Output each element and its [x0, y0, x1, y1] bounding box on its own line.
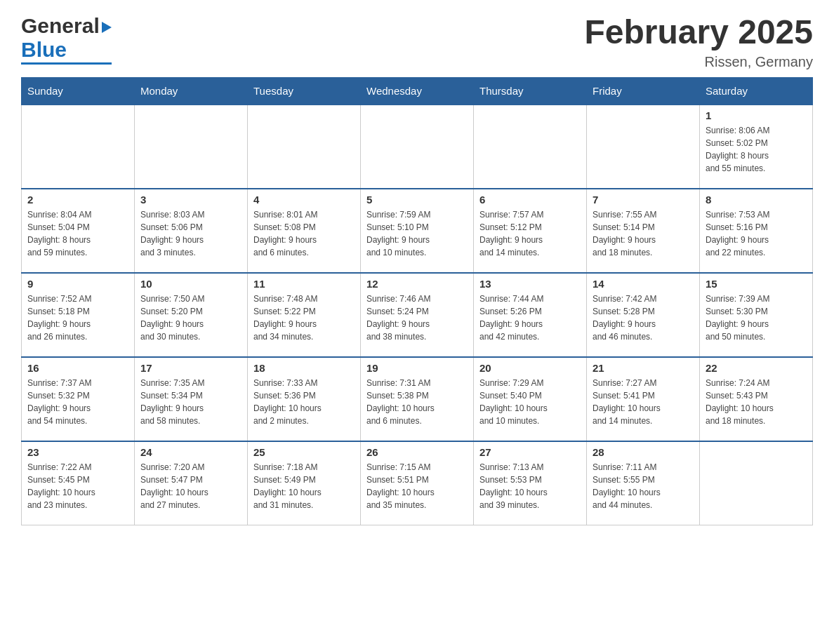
- calendar-cell: 17Sunrise: 7:35 AMSunset: 5:34 PMDayligh…: [135, 357, 248, 441]
- month-title: February 2025: [584, 14, 813, 51]
- calendar-cell: 20Sunrise: 7:29 AMSunset: 5:40 PMDayligh…: [474, 357, 587, 441]
- day-number: 20: [479, 362, 581, 374]
- calendar-cell: 7Sunrise: 7:55 AMSunset: 5:14 PMDaylight…: [587, 189, 700, 273]
- calendar-cell: 25Sunrise: 7:18 AMSunset: 5:49 PMDayligh…: [248, 441, 361, 525]
- day-info: Sunrise: 7:15 AMSunset: 5:51 PMDaylight:…: [366, 461, 468, 511]
- day-number: 26: [366, 446, 468, 458]
- calendar-cell: 26Sunrise: 7:15 AMSunset: 5:51 PMDayligh…: [361, 441, 474, 525]
- calendar-cell: [135, 105, 248, 189]
- day-header-sunday: Sunday: [22, 77, 135, 105]
- calendar-cell: [474, 105, 587, 189]
- calendar-cell: 13Sunrise: 7:44 AMSunset: 5:26 PMDayligh…: [474, 273, 587, 357]
- calendar-cell: 6Sunrise: 7:57 AMSunset: 5:12 PMDaylight…: [474, 189, 587, 273]
- day-number: 25: [253, 446, 355, 458]
- day-header-monday: Monday: [135, 77, 248, 105]
- week-row-4: 16Sunrise: 7:37 AMSunset: 5:32 PMDayligh…: [22, 357, 813, 441]
- title-section: February 2025 Rissen, Germany: [584, 14, 813, 70]
- calendar-cell: 9Sunrise: 7:52 AMSunset: 5:18 PMDaylight…: [22, 273, 135, 357]
- week-row-1: 1Sunrise: 8:06 AMSunset: 5:02 PMDaylight…: [22, 105, 813, 189]
- day-info: Sunrise: 7:20 AMSunset: 5:47 PMDaylight:…: [140, 461, 241, 511]
- week-row-3: 9Sunrise: 7:52 AMSunset: 5:18 PMDaylight…: [22, 273, 813, 357]
- logo: General Blue: [21, 14, 112, 65]
- calendar-cell: 16Sunrise: 7:37 AMSunset: 5:32 PMDayligh…: [22, 357, 135, 441]
- day-number: 28: [593, 446, 694, 458]
- day-number: 27: [479, 446, 581, 458]
- day-number: 16: [27, 362, 128, 374]
- calendar-cell: 4Sunrise: 8:01 AMSunset: 5:08 PMDaylight…: [248, 189, 361, 273]
- calendar-cell: [587, 105, 700, 189]
- day-number: 18: [253, 362, 355, 374]
- day-info: Sunrise: 7:50 AMSunset: 5:20 PMDaylight:…: [140, 293, 241, 343]
- day-info: Sunrise: 7:48 AMSunset: 5:22 PMDaylight:…: [253, 293, 355, 343]
- calendar-cell: 11Sunrise: 7:48 AMSunset: 5:22 PMDayligh…: [248, 273, 361, 357]
- day-info: Sunrise: 7:44 AMSunset: 5:26 PMDaylight:…: [479, 293, 581, 343]
- calendar-cell: 12Sunrise: 7:46 AMSunset: 5:24 PMDayligh…: [361, 273, 474, 357]
- day-header-wednesday: Wednesday: [361, 77, 474, 105]
- day-number: 22: [706, 362, 807, 374]
- day-info: Sunrise: 7:31 AMSunset: 5:38 PMDaylight:…: [366, 377, 468, 427]
- week-row-2: 2Sunrise: 8:04 AMSunset: 5:04 PMDaylight…: [22, 189, 813, 273]
- header-row: SundayMondayTuesdayWednesdayThursdayFrid…: [22, 77, 813, 105]
- page-header: General Blue February 2025 Rissen, Germa…: [21, 14, 813, 70]
- calendar-cell: [248, 105, 361, 189]
- day-info: Sunrise: 7:18 AMSunset: 5:49 PMDaylight:…: [253, 461, 355, 511]
- day-info: Sunrise: 7:22 AMSunset: 5:45 PMDaylight:…: [27, 461, 128, 511]
- day-info: Sunrise: 7:57 AMSunset: 5:12 PMDaylight:…: [479, 208, 581, 259]
- calendar-cell: 28Sunrise: 7:11 AMSunset: 5:55 PMDayligh…: [587, 441, 700, 525]
- calendar-cell: 22Sunrise: 7:24 AMSunset: 5:43 PMDayligh…: [700, 357, 813, 441]
- calendar-cell: 3Sunrise: 8:03 AMSunset: 5:06 PMDaylight…: [135, 189, 248, 273]
- calendar-cell: 2Sunrise: 8:04 AMSunset: 5:04 PMDaylight…: [22, 189, 135, 273]
- day-info: Sunrise: 7:27 AMSunset: 5:41 PMDaylight:…: [593, 377, 694, 427]
- day-number: 5: [366, 194, 468, 206]
- calendar-cell: [361, 105, 474, 189]
- logo-general-text: General: [21, 14, 100, 38]
- logo-triangle-icon: [102, 22, 112, 33]
- day-number: 2: [27, 194, 128, 206]
- day-header-tuesday: Tuesday: [248, 77, 361, 105]
- day-number: 9: [27, 278, 128, 290]
- day-info: Sunrise: 7:11 AMSunset: 5:55 PMDaylight:…: [593, 461, 694, 511]
- calendar-cell: 15Sunrise: 7:39 AMSunset: 5:30 PMDayligh…: [700, 273, 813, 357]
- day-info: Sunrise: 8:04 AMSunset: 5:04 PMDaylight:…: [27, 208, 128, 259]
- day-info: Sunrise: 7:55 AMSunset: 5:14 PMDaylight:…: [593, 208, 694, 259]
- day-number: 14: [593, 278, 694, 290]
- day-info: Sunrise: 7:53 AMSunset: 5:16 PMDaylight:…: [706, 208, 807, 259]
- calendar-table: SundayMondayTuesdayWednesdayThursdayFrid…: [21, 77, 813, 526]
- day-info: Sunrise: 7:59 AMSunset: 5:10 PMDaylight:…: [366, 208, 468, 259]
- day-number: 1: [706, 109, 807, 121]
- day-number: 7: [593, 194, 694, 206]
- day-number: 23: [27, 446, 128, 458]
- day-info: Sunrise: 7:13 AMSunset: 5:53 PMDaylight:…: [479, 461, 581, 511]
- calendar-cell: [22, 105, 135, 189]
- day-number: 24: [140, 446, 241, 458]
- day-number: 13: [479, 278, 581, 290]
- calendar-cell: 5Sunrise: 7:59 AMSunset: 5:10 PMDaylight…: [361, 189, 474, 273]
- day-number: 12: [366, 278, 468, 290]
- calendar-cell: 24Sunrise: 7:20 AMSunset: 5:47 PMDayligh…: [135, 441, 248, 525]
- logo-blue-text: Blue: [21, 38, 67, 62]
- day-info: Sunrise: 7:37 AMSunset: 5:32 PMDaylight:…: [27, 377, 128, 427]
- day-number: 10: [140, 278, 241, 290]
- week-row-5: 23Sunrise: 7:22 AMSunset: 5:45 PMDayligh…: [22, 441, 813, 525]
- logo-underline: [21, 62, 112, 65]
- calendar-cell: [700, 441, 813, 525]
- day-number: 17: [140, 362, 241, 374]
- day-header-saturday: Saturday: [700, 77, 813, 105]
- day-number: 19: [366, 362, 468, 374]
- calendar-cell: 19Sunrise: 7:31 AMSunset: 5:38 PMDayligh…: [361, 357, 474, 441]
- day-info: Sunrise: 8:01 AMSunset: 5:08 PMDaylight:…: [253, 208, 355, 259]
- day-info: Sunrise: 8:06 AMSunset: 5:02 PMDaylight:…: [706, 124, 807, 175]
- day-number: 15: [706, 278, 807, 290]
- day-info: Sunrise: 7:33 AMSunset: 5:36 PMDaylight:…: [253, 377, 355, 427]
- calendar-cell: 14Sunrise: 7:42 AMSunset: 5:28 PMDayligh…: [587, 273, 700, 357]
- day-number: 6: [479, 194, 581, 206]
- day-info: Sunrise: 7:39 AMSunset: 5:30 PMDaylight:…: [706, 293, 807, 343]
- day-info: Sunrise: 7:42 AMSunset: 5:28 PMDaylight:…: [593, 293, 694, 343]
- day-info: Sunrise: 7:29 AMSunset: 5:40 PMDaylight:…: [479, 377, 581, 427]
- day-number: 11: [253, 278, 355, 290]
- calendar-cell: 10Sunrise: 7:50 AMSunset: 5:20 PMDayligh…: [135, 273, 248, 357]
- day-number: 8: [706, 194, 807, 206]
- day-number: 4: [253, 194, 355, 206]
- day-number: 21: [593, 362, 694, 374]
- location: Rissen, Germany: [584, 54, 813, 70]
